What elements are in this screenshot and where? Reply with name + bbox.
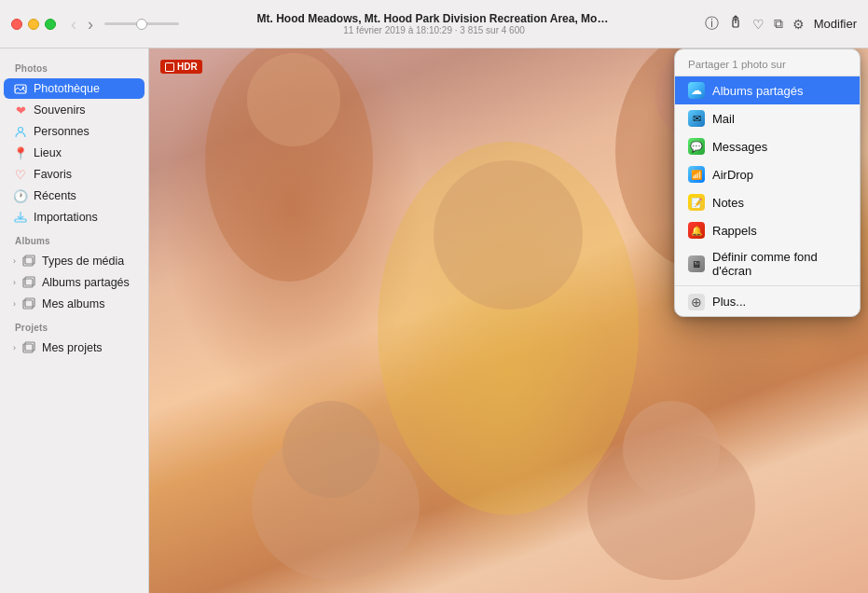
albums-chevron: › — [13, 278, 16, 287]
sidebar-item-recents[interactable]: 🕐 Récents — [4, 186, 145, 206]
personnes-label: Personnes — [34, 125, 135, 138]
minimize-button[interactable] — [28, 19, 39, 30]
sidebar-item-mes-projets[interactable]: › Mes projets — [4, 338, 145, 358]
souvenirs-icon: ❤ — [13, 103, 28, 117]
photo-area: HDR Partager 1 photo sur ☁ Albums partag… — [149, 48, 868, 593]
sidebar-item-souvenirs[interactable]: ❤ Souvenirs — [4, 100, 145, 120]
albums-partages-popup-label: Albums partagés — [712, 84, 847, 98]
albums-section-label: Albums — [0, 228, 148, 250]
lieux-icon: 📍 — [13, 145, 28, 160]
mes-albums-label: Mes albums — [42, 297, 135, 310]
svg-point-24 — [623, 401, 720, 498]
sidebar-item-phototheque[interactable]: Photothèque — [4, 78, 145, 99]
heart-button[interactable]: ♡ — [752, 17, 765, 32]
duplicate-button[interactable]: ⧉ — [774, 16, 783, 32]
sidebar-item-personnes[interactable]: Personnes — [4, 121, 145, 142]
notes-popup-label: Notes — [712, 196, 847, 210]
traffic-lights — [11, 19, 56, 30]
hdr-badge: HDR — [160, 60, 202, 74]
popup-header: Partager 1 photo sur — [675, 49, 860, 76]
mes-albums-icon — [21, 296, 36, 311]
airdrop-popup-label: AirDrop — [712, 168, 847, 182]
svg-point-22 — [282, 401, 379, 498]
svg-point-3 — [22, 87, 24, 89]
projets-section-label: Projets — [0, 315, 148, 337]
sidebar-item-importations[interactable]: Importations — [4, 207, 145, 228]
hdr-box-icon — [165, 62, 174, 72]
svg-point-16 — [247, 53, 340, 146]
popup-item-rappels[interactable]: 🔔 Rappels — [675, 216, 860, 244]
popup-item-airdrop[interactable]: 📶 AirDrop — [675, 160, 860, 188]
title-center: Mt. Hood Meadows, Mt. Hood Park Division… — [257, 12, 612, 35]
slider-thumb — [136, 19, 147, 30]
airdrop-icon: 📶 — [688, 166, 705, 183]
phototheque-label: Photothèque — [34, 82, 135, 95]
sidebar-item-favoris[interactable]: ♡ Favoris — [4, 164, 145, 185]
info-button[interactable]: ⓘ — [705, 15, 719, 33]
mail-icon: ✉ — [688, 110, 705, 127]
plus-popup-label: Plus... — [712, 295, 847, 309]
hdr-label: HDR — [177, 62, 198, 72]
souvenirs-label: Souvenirs — [34, 103, 135, 117]
svg-point-20 — [434, 160, 583, 310]
fond-ecran-icon: 🖥 — [688, 255, 705, 272]
favoris-icon: ♡ — [13, 167, 28, 182]
types-icon — [21, 254, 36, 269]
modifier-button[interactable]: Modifier — [814, 17, 857, 31]
zoom-slider[interactable] — [104, 22, 179, 25]
main-content: Photos Photothèque ❤ Souvenirs Personnes… — [0, 48, 868, 593]
rappels-icon: 🔔 — [688, 222, 705, 239]
popup-item-albums-partages[interactable]: ☁ Albums partagés — [675, 76, 860, 104]
fond-ecran-popup-label: Définir comme fond d'écran — [712, 250, 847, 278]
nav-buttons: ‹ › — [67, 14, 97, 34]
adjust-button[interactable]: ⚙ — [792, 17, 805, 32]
mail-popup-label: Mail — [712, 112, 847, 126]
back-button[interactable]: ‹ — [67, 14, 80, 34]
titlebar: ‹ › Mt. Hood Meadows, Mt. Hood Park Divi… — [0, 0, 868, 48]
types-label: Types de média — [42, 255, 135, 268]
slider-track — [104, 22, 179, 25]
popup-item-notes[interactable]: 📝 Notes — [675, 188, 860, 216]
sidebar-item-mes-albums[interactable]: › Mes albums — [4, 294, 145, 314]
albums-partages-label: Albums partagés — [42, 276, 135, 289]
mes-projets-label: Mes projets — [42, 341, 135, 354]
importations-label: Importations — [34, 211, 135, 224]
popup-item-messages[interactable]: 💬 Messages — [675, 132, 860, 160]
share-popup: Partager 1 photo sur ☁ Albums partagés ✉… — [674, 48, 861, 317]
maximize-button[interactable] — [45, 19, 56, 30]
mes-projets-icon — [21, 340, 36, 355]
forward-button[interactable]: › — [84, 14, 97, 34]
rappels-popup-label: Rappels — [712, 224, 847, 238]
share-button[interactable] — [728, 15, 743, 33]
recents-icon: 🕐 — [13, 188, 28, 203]
photos-section-label: Photos — [0, 56, 148, 77]
messages-icon: 💬 — [688, 138, 705, 155]
mes-albums-chevron: › — [13, 299, 16, 309]
mes-projets-chevron: › — [13, 343, 16, 352]
favoris-label: Favoris — [34, 168, 135, 181]
messages-popup-label: Messages — [712, 140, 847, 154]
sidebar-item-types[interactable]: › Types de média — [4, 251, 145, 271]
personnes-icon — [13, 124, 28, 139]
popup-item-fond-ecran[interactable]: 🖥 Définir comme fond d'écran — [675, 244, 860, 283]
types-chevron: › — [13, 256, 16, 266]
albums-partages-icon: ☁ — [688, 82, 705, 99]
svg-point-4 — [19, 128, 23, 132]
close-button[interactable] — [11, 19, 22, 30]
window-subtitle: 11 février 2019 à 18:10:29 · 3 815 sur 4… — [257, 25, 612, 35]
popup-divider — [675, 285, 860, 286]
albums-icon — [21, 275, 36, 290]
toolbar-right: ⓘ ♡ ⧉ ⚙ Modifier — [705, 15, 857, 33]
importations-icon — [13, 210, 28, 225]
notes-icon: 📝 — [688, 194, 705, 211]
plus-icon: ⊕ — [688, 294, 705, 310]
sidebar-item-lieux[interactable]: 📍 Lieux — [4, 143, 145, 163]
lieux-label: Lieux — [34, 146, 135, 159]
sidebar-item-albums-partages[interactable]: › Albums partagés — [4, 272, 145, 293]
sidebar: Photos Photothèque ❤ Souvenirs Personnes… — [0, 48, 149, 593]
phototheque-icon — [13, 81, 28, 96]
popup-item-mail[interactable]: ✉ Mail — [675, 104, 860, 132]
recents-label: Récents — [34, 189, 135, 202]
window-title: Mt. Hood Meadows, Mt. Hood Park Division… — [257, 12, 612, 25]
popup-item-plus[interactable]: ⊕ Plus... — [675, 288, 860, 316]
